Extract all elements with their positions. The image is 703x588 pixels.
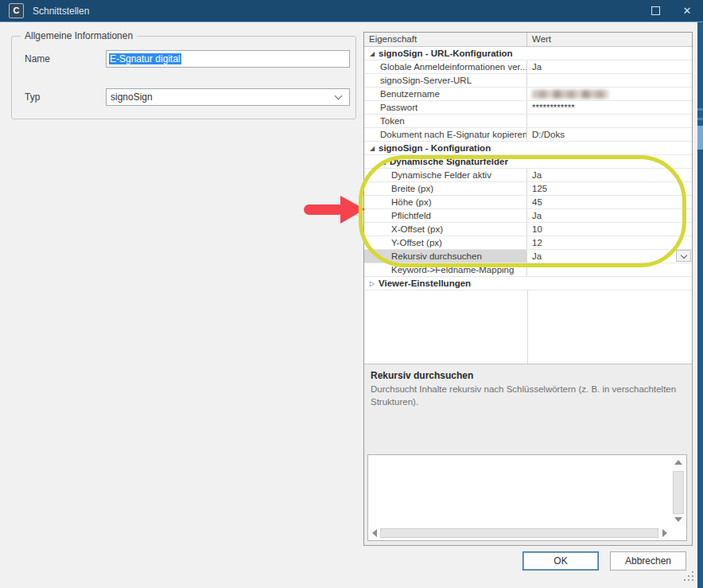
vertical-scroll-thumb[interactable] xyxy=(673,471,684,514)
scrollbar-thumb[interactable] xyxy=(697,126,703,150)
schnittstellen-dialog: C Schnittstellen ✕ Allgemeine Informatio… xyxy=(0,0,703,588)
property-value: Ja xyxy=(532,170,542,180)
expand-icon[interactable]: ▷ xyxy=(367,280,377,287)
cancel-button[interactable]: Abbrechen xyxy=(610,551,686,570)
property-category-row[interactable]: ◢signoSign - Konfiguration xyxy=(364,142,692,155)
general-info-groupbox: Allgemeine Informationen Name E-Sgnatur … xyxy=(11,36,356,119)
property-label: Benutzername xyxy=(380,89,440,99)
property-value-cell xyxy=(527,74,692,87)
property-row[interactable]: Breite (px)125 xyxy=(364,182,692,196)
property-name-cell: ▷Viewer-Einstellungen xyxy=(364,277,692,290)
property-value-cell xyxy=(527,88,692,100)
property-value: 125 xyxy=(532,184,547,193)
property-label: Breite (px) xyxy=(391,184,433,193)
collapse-icon[interactable]: ◢ xyxy=(379,158,388,165)
horizontal-scrollbar[interactable] xyxy=(370,528,670,539)
header-wert: Wert xyxy=(527,33,692,46)
property-label: Dynamische Signaturfelder xyxy=(390,157,508,166)
app-icon: C xyxy=(9,3,24,18)
typ-combobox-value: signoSign xyxy=(111,92,153,103)
window-title: Schnittstellen xyxy=(33,6,89,17)
property-name-cell: Benutzername xyxy=(364,88,527,100)
property-value: ************ xyxy=(532,103,575,112)
grid-empty-area xyxy=(364,290,692,364)
property-value-cell: Ja xyxy=(527,209,692,222)
property-name-cell: Dynamische Felder aktiv xyxy=(364,169,527,181)
property-category-row[interactable]: ◢signoSign - URL-Konfiguration xyxy=(364,47,692,60)
vertical-scrollbar[interactable] xyxy=(672,457,685,525)
dropdown-button[interactable] xyxy=(676,250,691,262)
property-value: 45 xyxy=(532,197,542,207)
name-input[interactable]: E-Sgnatur digital xyxy=(106,50,350,68)
property-category-row[interactable]: ◢Dynamische Signaturfelder xyxy=(364,155,692,169)
property-value: Ja xyxy=(532,251,542,261)
property-name-cell: Globale Anmeldeinformationen ver... xyxy=(364,60,527,73)
typ-combobox[interactable]: signoSign xyxy=(106,88,350,106)
property-value-cell: Ja xyxy=(527,60,692,73)
property-name-cell: Dokument nach E-Signatur kopieren xyxy=(364,128,527,141)
property-label: Token xyxy=(380,116,405,126)
property-row[interactable]: Dynamische Felder aktivJa xyxy=(364,169,692,182)
close-icon: ✕ xyxy=(683,5,692,17)
property-name-cell: ◢signoSign - Konfiguration xyxy=(364,142,692,154)
property-value-cell: 12 xyxy=(527,236,692,249)
property-value-cell: 45 xyxy=(527,196,692,208)
help-text: Durchsucht Inhalte rekursiv nach Schlüss… xyxy=(371,384,684,408)
property-row[interactable]: Globale Anmeldeinformationen ver...Ja xyxy=(364,60,692,74)
property-row[interactable]: signoSign-Server-URL xyxy=(364,74,692,88)
property-category-row[interactable]: ▷Viewer-Einstellungen xyxy=(364,277,692,290)
property-label: Viewer-Einstellungen xyxy=(379,278,471,288)
maximize-button[interactable] xyxy=(639,0,671,21)
preview-textarea[interactable] xyxy=(367,454,687,541)
property-label: Y-Offset (px) xyxy=(391,238,442,247)
collapse-icon[interactable]: ◢ xyxy=(367,145,377,152)
property-value-cell xyxy=(527,263,692,276)
resize-grip[interactable] xyxy=(684,571,693,581)
property-value: Ja xyxy=(532,211,542,220)
scroll-down-icon[interactable] xyxy=(674,517,682,522)
scroll-right-icon[interactable] xyxy=(662,529,667,537)
property-row[interactable]: Y-Offset (px)12 xyxy=(364,236,692,250)
ok-button[interactable]: OK xyxy=(522,551,599,570)
header-eigenschaft: Eigenschaft xyxy=(364,33,527,46)
property-row[interactable]: X-Offset (px)10 xyxy=(364,223,692,236)
scrollbar-tick xyxy=(697,118,703,120)
property-label: Rekursiv durchsuchen xyxy=(391,251,482,261)
property-name-cell: Breite (px) xyxy=(364,182,527,195)
property-name-cell: Keyword->Feldname-Mapping xyxy=(364,263,527,276)
property-label: Passwort xyxy=(380,103,418,112)
property-row[interactable]: Passwort************ xyxy=(364,101,692,115)
property-row[interactable]: Keyword->Feldname-Mapping xyxy=(364,263,692,277)
property-name-cell: ◢signoSign - URL-Konfiguration xyxy=(364,47,692,60)
property-label: Globale Anmeldeinformationen ver... xyxy=(380,62,527,72)
property-value: 12 xyxy=(532,238,542,247)
collapse-icon[interactable]: ◢ xyxy=(367,50,377,57)
background-window-scrollbar[interactable] xyxy=(697,22,703,588)
title-bar: C Schnittstellen ✕ xyxy=(0,0,703,22)
property-row[interactable]: PflichtfeldJa xyxy=(364,209,692,223)
name-label: Name xyxy=(25,53,50,64)
property-row[interactable]: Benutzername xyxy=(364,88,692,101)
column-divider xyxy=(527,290,528,364)
property-value-cell: 10 xyxy=(527,223,692,236)
help-title: Rekursiv durchsuchen xyxy=(371,370,686,381)
scroll-left-icon[interactable] xyxy=(372,529,377,537)
property-row[interactable]: Token xyxy=(364,115,692,128)
close-button[interactable]: ✕ xyxy=(671,0,703,21)
property-label: signoSign - URL-Konfiguration xyxy=(379,49,513,58)
property-row[interactable]: Höhe (px)45 xyxy=(364,196,692,209)
property-value-cell: Ja xyxy=(527,169,692,181)
property-name-cell: signoSign-Server-URL xyxy=(364,74,527,87)
property-name-cell: X-Offset (px) xyxy=(364,223,527,236)
property-row[interactable]: Rekursiv durchsuchenJa xyxy=(364,250,692,263)
scroll-up-icon[interactable] xyxy=(674,460,682,465)
property-grid-rows: ◢signoSign - URL-KonfigurationGlobale An… xyxy=(364,47,692,290)
property-row[interactable]: Dokument nach E-Signatur kopierenD:/Doks xyxy=(364,128,692,142)
property-label: Höhe (px) xyxy=(391,197,432,207)
typ-label: Typ xyxy=(25,92,40,103)
horizontal-scroll-thumb[interactable] xyxy=(380,528,658,538)
property-name-cell: Y-Offset (px) xyxy=(364,236,527,249)
property-value: Ja xyxy=(532,62,542,72)
property-label: signoSign - Konfiguration xyxy=(379,143,491,153)
property-value: 10 xyxy=(532,224,542,234)
